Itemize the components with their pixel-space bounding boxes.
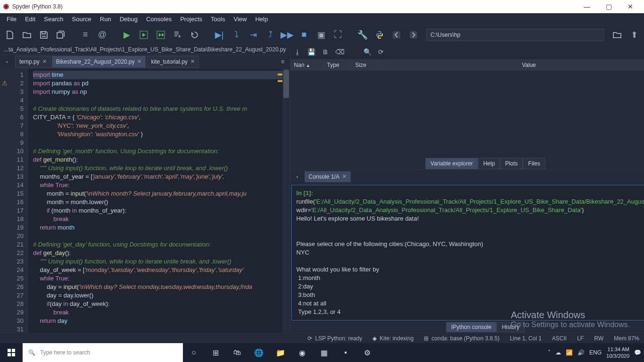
terminal-icon[interactable]: ▪ — [335, 343, 356, 362]
debug-stepout-icon[interactable]: ⤴ — [263, 28, 277, 42]
cell-outline-icon[interactable]: ≡ — [78, 28, 92, 42]
back-icon[interactable] — [389, 28, 404, 42]
menu-help[interactable]: Help — [251, 14, 272, 25]
run-icon[interactable]: ▶ — [120, 28, 134, 42]
col-type[interactable]: Type — [323, 62, 352, 68]
tab-variable-explorer[interactable]: Variable explorer — [425, 158, 478, 169]
console-browse-icon[interactable]: ▫ — [292, 172, 303, 182]
run-cell-icon[interactable] — [137, 28, 151, 42]
tray-chevron-icon[interactable]: ˄ — [548, 349, 551, 356]
open-folder-icon[interactable] — [20, 28, 34, 42]
menu-search[interactable]: Search — [40, 14, 67, 25]
parent-dir-icon[interactable]: ⬆ — [627, 28, 641, 42]
tab-temp[interactable]: temp.py✕ — [15, 56, 51, 68]
tab-history[interactable]: History — [496, 322, 524, 332]
run-selection-icon[interactable] — [171, 28, 185, 42]
console-bottom-tabs: IPython console History — [290, 321, 644, 333]
status-eol: LF — [577, 335, 584, 342]
menu-file[interactable]: File — [3, 14, 20, 25]
search-var-icon[interactable]: 🔍 — [363, 48, 372, 56]
tab-files[interactable]: Files — [523, 158, 545, 169]
working-directory-input[interactable] — [426, 29, 604, 41]
debug-stepover-icon[interactable]: ⤵ — [229, 28, 243, 42]
menu-view[interactable]: View — [230, 14, 250, 25]
ipython-console[interactable]: In [1]: runfile('E:/All_Udacity/2_Data_A… — [291, 185, 644, 321]
chrome-icon[interactable]: ◉ — [291, 343, 313, 362]
status-kite: ◆Kite: indexing — [372, 335, 413, 342]
variable-headers: Nan ▲ Type Size Value — [290, 59, 644, 71]
tab-help[interactable]: Help — [478, 158, 500, 169]
import-data-icon[interactable]: ⭳ — [294, 48, 301, 56]
save-data-icon[interactable]: 💾 — [307, 48, 315, 56]
debug-stop-icon[interactable]: ■ — [297, 28, 311, 42]
menu-projects[interactable]: Projects — [176, 14, 206, 25]
tab-bikeshare[interactable]: Bikeshare_22_August_2020.py✕ — [52, 56, 146, 68]
save-icon[interactable] — [37, 28, 51, 42]
tray-clock[interactable]: 11:34 AM10/3/2020 — [606, 346, 629, 359]
refresh-var-icon[interactable]: ⟳ — [378, 48, 384, 56]
svg-rect-8 — [12, 353, 15, 356]
maximize-button[interactable]: ▢ — [598, 0, 619, 13]
tray-notifications-icon[interactable]: 💬 — [634, 349, 641, 356]
taskbar-search[interactable]: 🔍Type here to search — [23, 343, 183, 362]
spyder-taskbar-icon[interactable]: ⚙ — [356, 343, 378, 362]
close-icon[interactable]: ✕ — [190, 58, 195, 65]
menu-edit[interactable]: Edit — [21, 14, 39, 25]
editor-scrollbar[interactable] — [282, 69, 290, 333]
close-icon[interactable]: ✕ — [342, 173, 347, 180]
task-view-icon[interactable]: ⊞ — [205, 343, 226, 362]
windows-taskbar: 🔍Type here to search ○ ⊞ 🛍 🌐 📁 ◉ ▦ ▪ ⚙ ˄… — [0, 343, 644, 362]
col-value[interactable]: Value — [378, 62, 644, 68]
cortana-icon[interactable]: ○ — [183, 343, 205, 362]
code-area[interactable]: import timeimport pandas as pd import nu… — [28, 69, 290, 333]
debug-stepin-icon[interactable]: ▶| — [212, 28, 226, 42]
start-button[interactable] — [0, 343, 23, 362]
save-data-as-icon[interactable]: 🗎 — [322, 48, 329, 56]
menu-run[interactable]: Run — [96, 14, 115, 25]
remove-all-icon[interactable]: ⌫ — [335, 48, 345, 56]
edge-icon[interactable]: 🌐 — [248, 343, 270, 362]
preferences-icon[interactable]: 🔧 — [355, 28, 370, 42]
python-path-icon[interactable] — [372, 28, 387, 42]
menu-debug[interactable]: Debug — [116, 14, 141, 25]
close-button[interactable]: ✕ — [619, 0, 641, 13]
minimize-button[interactable]: — — [576, 0, 598, 13]
col-name[interactable]: Nan ▲ — [290, 62, 323, 68]
menu-consoles[interactable]: Consoles — [142, 14, 175, 25]
close-icon[interactable]: ✕ — [42, 58, 47, 65]
code-editor[interactable]: 1234567891011121314151617181920212223242… — [0, 69, 290, 333]
ms-store-icon[interactable]: 🛍 — [226, 343, 248, 362]
forward-icon[interactable] — [406, 28, 421, 42]
console-tab-1a[interactable]: Console 1/A✕ — [305, 171, 351, 182]
fullscreen-icon[interactable]: ⛶ — [331, 28, 345, 42]
tray-onedrive-icon[interactable]: ☁ — [555, 349, 561, 356]
tray-lang[interactable]: ENG — [589, 349, 602, 356]
run-cell-advance-icon[interactable] — [154, 28, 168, 42]
browse-cwd-icon[interactable] — [610, 28, 624, 42]
tab-kite-tutorial[interactable]: kite_tutorial.py✕ — [147, 56, 198, 68]
tray-network-icon[interactable]: 📶 — [566, 349, 573, 356]
restart-kernel-icon[interactable] — [188, 28, 202, 42]
titlebar: Spyder (Python 3.8) — ▢ ✕ — [0, 0, 644, 13]
tab-ipython-console[interactable]: IPython console — [446, 322, 496, 332]
svg-rect-7 — [8, 353, 11, 356]
svg-rect-3 — [393, 31, 400, 39]
save-all-icon[interactable] — [54, 28, 68, 42]
app-icon[interactable]: ▦ — [313, 343, 335, 362]
file-explorer-icon[interactable]: 📁 — [270, 343, 291, 362]
menu-tools[interactable]: Tools — [207, 14, 229, 25]
tab-list-icon[interactable]: ≡ — [278, 57, 288, 67]
new-file-icon[interactable] — [3, 28, 17, 42]
status-conda: ⊞conda: base (Python 3.8.5) — [424, 335, 499, 342]
maximize-pane-icon[interactable]: ▣ — [314, 28, 328, 42]
tray-volume-icon[interactable]: 🔊 — [578, 349, 585, 356]
at-symbol-icon[interactable]: @ — [95, 28, 109, 42]
tab-plots[interactable]: Plots — [500, 158, 523, 169]
debug-continue-icon[interactable]: ▶▶ — [280, 28, 294, 42]
menu-source[interactable]: Source — [68, 14, 95, 25]
close-icon[interactable]: ✕ — [137, 58, 141, 65]
code-minimap[interactable] — [278, 69, 282, 333]
col-size[interactable]: Size — [352, 62, 378, 68]
tab-browse-icon[interactable]: ▫ — [2, 57, 12, 67]
debug-stepinto-icon[interactable]: ⇥ — [246, 28, 260, 42]
